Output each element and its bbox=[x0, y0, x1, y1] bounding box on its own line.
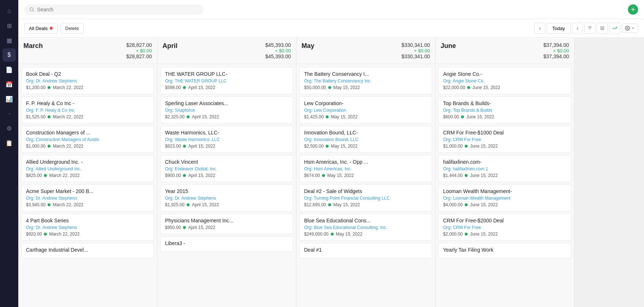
column-green-may: + $0.00 bbox=[401, 48, 430, 53]
toolbar-left: All Deals Delete bbox=[24, 23, 84, 34]
card-may-4[interactable]: Deal #2 - Sale of Widgets Org: Turning P… bbox=[299, 184, 432, 211]
card-june-6[interactable]: Yearly Tax Filing Work bbox=[438, 243, 571, 258]
more-icon[interactable]: ··· bbox=[3, 107, 16, 120]
card-may-6[interactable]: Deal #1 bbox=[299, 243, 432, 258]
column-green-april: + $0.00 bbox=[265, 48, 291, 53]
card-title: Hsm Americas, Inc. - Opp ... bbox=[304, 159, 427, 165]
card-meta: $1,000.00 June 15, 2022 bbox=[443, 144, 566, 149]
card-may-2[interactable]: Innovation Bound, LLC- Org: Innovation B… bbox=[299, 126, 432, 153]
card-june-3[interactable]: halifaxlinen.com- Org: halifaxlinen.com … bbox=[438, 155, 571, 182]
card-date: March 22, 2022 bbox=[53, 85, 83, 90]
card-date: May 15, 2022 bbox=[327, 173, 354, 178]
card-title: Innovation Bound, LLC- bbox=[304, 130, 427, 136]
settings-sidebar-icon[interactable]: ⚙ bbox=[3, 122, 16, 135]
all-deals-button[interactable]: All Deals bbox=[24, 23, 57, 34]
column-june: June $37,394.00 + $0.00 $37,394.00 Angie… bbox=[435, 38, 574, 307]
card-date: June 15, 2022 bbox=[470, 144, 498, 149]
card-org: Org: Dr. Andrew Stephens bbox=[26, 225, 149, 230]
column-header-may: May $330,341.00 + $0.00 $330,341.00 bbox=[296, 38, 435, 64]
card-status-dot bbox=[183, 145, 186, 148]
card-title: Libera3 - bbox=[165, 240, 288, 246]
column-amount-may: $330,341.00 bbox=[401, 42, 430, 48]
card-amount: $950.00 bbox=[165, 225, 181, 230]
card-title: F. P. Healy & Co Inc - bbox=[26, 100, 149, 106]
card-may-3[interactable]: Hsm Americas, Inc. - Opp ... Org: Hsm Am… bbox=[299, 155, 432, 182]
card-march-3[interactable]: Allied Underground Inc. - Org: Allied Un… bbox=[21, 155, 154, 182]
card-status-dot bbox=[48, 86, 50, 89]
card-date: May 15, 2022 bbox=[336, 232, 363, 237]
cards-container-march: Book Deal - Q2 Org: Dr. Andrew Stephens … bbox=[18, 64, 157, 307]
add-button[interactable]: + bbox=[628, 4, 638, 15]
card-org: Org: Dr. Andrew Stephens bbox=[165, 196, 288, 201]
card-may-0[interactable]: The Battery Conservancy I... Org: The Ba… bbox=[299, 67, 432, 94]
card-title: Top Brands & Builds- bbox=[443, 100, 566, 106]
home-icon[interactable]: ⌂ bbox=[3, 4, 16, 18]
card-meta: $1,425.00 May 15, 2022 bbox=[304, 114, 427, 119]
card-status-dot bbox=[48, 145, 50, 148]
card-meta: $600.00 June 15, 2022 bbox=[443, 114, 566, 119]
dollar-icon[interactable]: $ bbox=[3, 48, 16, 62]
card-march-5[interactable]: 4 Part Book Series Org: Dr. Andrew Steph… bbox=[21, 214, 154, 241]
document-icon[interactable]: 📄 bbox=[3, 63, 16, 76]
column-total-march: $28,827.00 bbox=[126, 53, 152, 59]
card-date: May 15, 2022 bbox=[331, 114, 357, 119]
card-title: Year 2015 bbox=[165, 188, 288, 194]
card-april-1[interactable]: Sperling Laser Associates... Org: Snapfo… bbox=[160, 96, 293, 123]
card-meta: $674.00 May 15, 2022 bbox=[304, 173, 427, 178]
card-march-0[interactable]: Book Deal - Q2 Org: Dr. Andrew Stephens … bbox=[21, 67, 154, 94]
card-title: halifaxlinen.com- bbox=[443, 159, 566, 165]
card-meta: $1,925.00 April 15, 2022 bbox=[165, 202, 288, 207]
topbar: + bbox=[18, 0, 644, 19]
card-date: April 15, 2022 bbox=[192, 202, 219, 207]
card-june-1[interactable]: Top Brands & Builds- Org: Top Brands & B… bbox=[438, 96, 571, 123]
card-april-0[interactable]: THE WATER GROUP LLC- Org: THE WATER GROU… bbox=[160, 67, 293, 94]
toolbar: All Deals Delete ‹ Today › bbox=[18, 19, 644, 38]
card-amount: $1,444.00 bbox=[443, 173, 463, 178]
card-may-1[interactable]: Lew Corporation- Org: Lew Corporation $1… bbox=[299, 96, 432, 123]
list-icon-button[interactable] bbox=[597, 23, 608, 34]
search-input[interactable] bbox=[37, 7, 198, 12]
card-title: Construction Managers of ... bbox=[26, 130, 149, 136]
search-icon bbox=[29, 7, 34, 12]
card-march-1[interactable]: F. P. Healy & Co Inc - Org: F. P. Healy … bbox=[21, 96, 154, 123]
card-march-2[interactable]: Construction Managers of ... Org: Constr… bbox=[21, 126, 154, 153]
card-june-2[interactable]: CRM For Free-$1000 Deal Org: CRM For Fre… bbox=[438, 126, 571, 153]
next-button[interactable]: › bbox=[572, 23, 583, 34]
card-june-4[interactable]: Looman Wealth Management- Org: Looman We… bbox=[438, 184, 571, 211]
card-status-dot bbox=[465, 174, 468, 177]
column-title-march: March bbox=[23, 42, 43, 50]
trend-icon-button[interactable] bbox=[609, 23, 620, 34]
card-status-dot bbox=[183, 226, 186, 229]
card-april-6[interactable]: Libera3 - bbox=[160, 236, 293, 252]
settings-button[interactable] bbox=[622, 23, 638, 33]
chart-icon[interactable]: 📊 bbox=[3, 92, 16, 106]
card-title: Angie Stone Co.- bbox=[443, 71, 566, 77]
card-amount: $920.00 bbox=[26, 232, 42, 237]
prev-button[interactable]: ‹ bbox=[534, 23, 545, 34]
delete-button[interactable]: Delete bbox=[60, 23, 84, 34]
grid-icon[interactable]: ⊞ bbox=[3, 19, 16, 32]
card-march-4[interactable]: Acme Super Market - 200 B... Org: Dr. An… bbox=[21, 184, 154, 211]
dashboard-icon[interactable]: ▦ bbox=[3, 34, 16, 47]
card-amount: $623.00 bbox=[165, 144, 181, 149]
card-org: Org: Dr. Andrew Stephens bbox=[26, 196, 149, 201]
calendar-icon[interactable]: 📅 bbox=[3, 78, 16, 91]
today-button[interactable]: Today bbox=[547, 23, 570, 34]
card-date: April 15, 2022 bbox=[188, 225, 215, 230]
filter-icon-button[interactable] bbox=[584, 23, 595, 34]
column-march: March $28,827.00 + $0.00 $28,827.00 Book… bbox=[18, 38, 157, 307]
column-header-march: March $28,827.00 + $0.00 $28,827.00 bbox=[18, 38, 157, 64]
column-title-june: June bbox=[441, 42, 456, 50]
card-june-0[interactable]: Angie Stone Co.- Org: Angie Stone Co. $2… bbox=[438, 67, 571, 94]
card-april-3[interactable]: Chuck Vincent Org: Endeavor Global, Inc.… bbox=[160, 155, 293, 182]
card-march-6[interactable]: Carthage Industrial Devel... bbox=[21, 243, 154, 258]
card-may-5[interactable]: Blue Sea Educational Cons... Org: Blue S… bbox=[299, 214, 432, 241]
card-april-2[interactable]: Waste Harmonics, LLC- Org: Waste Harmoni… bbox=[160, 126, 293, 153]
column-amount-april: $45,393.00 bbox=[265, 42, 291, 48]
card-amount: $1,000.00 bbox=[443, 144, 463, 149]
card-title: CRM For Free-$2000 Deal bbox=[443, 218, 566, 223]
report-icon[interactable]: 📋 bbox=[3, 136, 16, 149]
card-april-4[interactable]: Year 2015 Org: Dr. Andrew Stephens $1,92… bbox=[160, 184, 293, 211]
card-april-5[interactable]: Physicians Management Inc... $950.00 Apr… bbox=[160, 214, 293, 234]
card-june-5[interactable]: CRM For Free-$2000 Deal Org: CRM For Fre… bbox=[438, 214, 571, 241]
